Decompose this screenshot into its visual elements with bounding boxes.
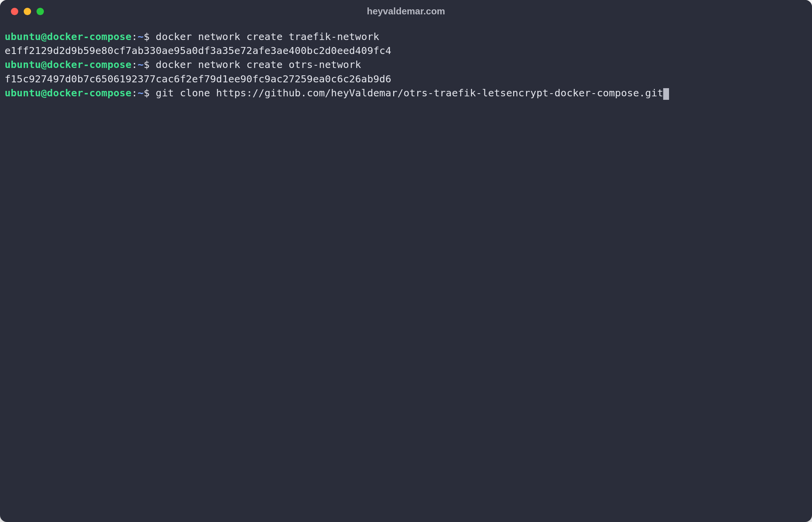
- terminal-body[interactable]: ubuntu@docker-compose:~$ docker network …: [0, 23, 812, 522]
- prompt-path: ~: [138, 31, 144, 42]
- command-text: git clone https://github.com/heyValdemar…: [150, 87, 663, 99]
- close-icon[interactable]: [11, 8, 18, 15]
- terminal-line: ubuntu@docker-compose:~$ git clone https…: [5, 86, 807, 100]
- prompt-separator: :: [132, 87, 138, 99]
- command-text: docker network create otrs-network: [150, 59, 361, 70]
- prompt-user-host: ubuntu@docker-compose: [5, 59, 132, 70]
- prompt-user-host: ubuntu@docker-compose: [5, 87, 132, 99]
- traffic-lights: [0, 8, 44, 15]
- minimize-icon[interactable]: [24, 8, 31, 15]
- prompt-symbol: $: [144, 87, 150, 99]
- terminal-window: heyvaldemar.com ubuntu@docker-compose:~$…: [0, 0, 812, 522]
- terminal-line: ubuntu@docker-compose:~$ docker network …: [5, 30, 807, 44]
- window-title: heyvaldemar.com: [0, 6, 812, 17]
- prompt-separator: :: [132, 31, 138, 42]
- prompt-user-host: ubuntu@docker-compose: [5, 31, 132, 42]
- terminal-output: e1ff2129d2d9b59e80cf7ab330ae95a0df3a35e7…: [5, 44, 807, 57]
- command-text: docker network create traefik-network: [150, 31, 379, 42]
- prompt-separator: :: [132, 59, 138, 70]
- prompt-path: ~: [138, 87, 144, 99]
- titlebar: heyvaldemar.com: [0, 0, 812, 23]
- cursor-icon: [663, 88, 669, 100]
- terminal-output: f15c927497d0b7c6506192377cac6f2ef79d1ee9…: [5, 72, 807, 86]
- maximize-icon[interactable]: [37, 8, 44, 15]
- prompt-path: ~: [138, 59, 144, 70]
- prompt-symbol: $: [144, 31, 150, 42]
- prompt-symbol: $: [144, 59, 150, 70]
- terminal-line: ubuntu@docker-compose:~$ docker network …: [5, 57, 807, 71]
